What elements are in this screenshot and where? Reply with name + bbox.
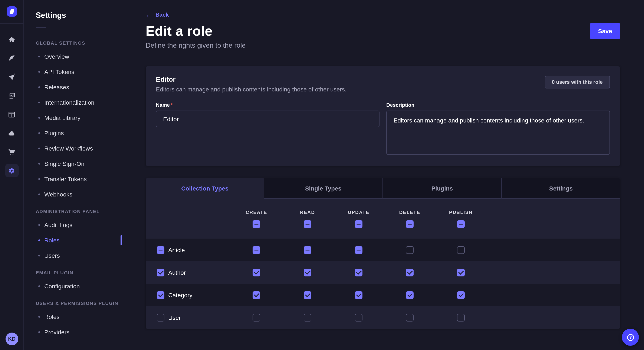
category-delete-checked-checkbox[interactable] (406, 291, 414, 299)
permission-row-author: Author (146, 261, 620, 284)
subnav-item-label: Providers (44, 329, 70, 336)
subnav-item-single-sign-on[interactable]: Single Sign-On (24, 156, 122, 172)
tab-settings[interactable]: Settings (501, 178, 620, 199)
strapi-logo[interactable] (6, 6, 17, 16)
author-create-checked-checkbox[interactable] (252, 269, 260, 276)
content-manager-feather-icon[interactable] (5, 51, 18, 65)
category-update-checked-checkbox[interactable] (355, 291, 362, 299)
settings-gear-icon[interactable] (5, 164, 18, 177)
tab-single-types[interactable]: Single Types (264, 178, 382, 199)
select-all-delete-indeterminate-checkbox[interactable] (406, 220, 414, 228)
role-form-fields: Name* Description Editors can manage and… (156, 102, 610, 157)
article-delete-unchecked-checkbox[interactable] (406, 246, 414, 254)
subnav-item-users[interactable]: Users (24, 248, 122, 263)
subnav-section-users-permissions-plugin: USERS & PERMISSIONS PLUGINRolesProviders (24, 294, 122, 340)
content-type-label: Article (168, 246, 185, 253)
article-read-indeterminate-checkbox[interactable] (304, 246, 311, 254)
subnav-item-configuration[interactable]: Configuration (24, 279, 122, 294)
bullet-icon (38, 224, 40, 226)
column-labels-row: CREATEREADUPDATEDELETEPUBLISH (146, 209, 620, 214)
user-publish-unchecked-checkbox[interactable] (457, 314, 465, 321)
subnav-sections: GLOBAL SETTINGSOverviewAPI TokensRelease… (24, 28, 122, 340)
subnav-item-roles[interactable]: Roles (24, 233, 122, 248)
description-field-group: Description Editors can manage and publi… (386, 102, 610, 157)
user-delete-unchecked-checkbox[interactable] (406, 314, 414, 321)
column-header-publish: PUBLISH (435, 209, 486, 214)
author-delete-checked-checkbox[interactable] (406, 269, 414, 276)
subnav-item-transfer-tokens[interactable]: Transfer Tokens (24, 172, 122, 187)
user-select-unchecked-checkbox[interactable] (157, 314, 164, 321)
name-input[interactable] (156, 111, 380, 127)
category-create-checked-checkbox[interactable] (252, 291, 260, 299)
subnav-item-media-library[interactable]: Media Library (24, 110, 122, 126)
user-create-unchecked-checkbox[interactable] (252, 314, 260, 321)
select-all-read-indeterminate-checkbox[interactable] (304, 220, 311, 228)
save-button[interactable]: Save (590, 23, 620, 39)
select-all-publish-indeterminate-checkbox[interactable] (457, 220, 465, 228)
description-textarea[interactable]: Editors can manage and publish contents … (386, 111, 610, 155)
strapi-logo-icon (8, 7, 16, 16)
subnav-item-overview[interactable]: Overview (24, 49, 122, 64)
subnav-item-internationalization[interactable]: Internationalization (24, 95, 122, 110)
article-update-indeterminate-checkbox[interactable] (355, 246, 362, 254)
media-library-icon[interactable] (5, 89, 18, 103)
select-all-cell (282, 220, 333, 228)
author-select-checked-checkbox[interactable] (157, 269, 164, 276)
permissions-table-rows: ArticleAuthorCategoryUser (146, 239, 620, 329)
subnav-item-label: Users (44, 252, 60, 259)
tab-collection-types[interactable]: Collection Types (146, 178, 264, 199)
subnav-item-audit-logs[interactable]: Audit Logs (24, 217, 122, 233)
subnav-item-providers[interactable]: Providers (24, 325, 122, 340)
back-link[interactable]: ← Back (146, 11, 169, 18)
user-update-unchecked-checkbox[interactable] (355, 314, 362, 321)
subnav-item-label: Releases (44, 84, 69, 91)
tab-plugins[interactable]: Plugins (382, 178, 501, 199)
users-count-badge[interactable]: 0 users with this role (544, 76, 610, 88)
back-label: Back (156, 11, 169, 18)
column-header-read: READ (282, 209, 333, 214)
help-button[interactable]: ? (622, 329, 639, 346)
permission-cell (384, 269, 435, 276)
subnav-item-webhooks[interactable]: Webhooks (24, 187, 122, 202)
cloud-icon[interactable] (5, 126, 18, 140)
permission-row-user: User (146, 306, 620, 329)
home-icon[interactable] (5, 33, 18, 46)
author-update-checked-checkbox[interactable] (355, 269, 362, 276)
subnav-item-review-workflows[interactable]: Review Workflows (24, 141, 122, 156)
main-nav-rail: KD (0, 0, 24, 350)
column-header-label: READ (300, 209, 315, 214)
article-create-indeterminate-checkbox[interactable] (252, 246, 260, 254)
subnav-item-label: Transfer Tokens (44, 176, 87, 182)
subnav-item-label: Review Workflows (44, 145, 93, 152)
select-all-cell (333, 220, 384, 228)
bullet-icon (38, 86, 40, 88)
author-publish-checked-checkbox[interactable] (457, 269, 465, 276)
subnav-item-label: Internationalization (44, 99, 94, 106)
paper-plane-icon[interactable] (5, 70, 18, 84)
role-card-header: Editor Editors can manage and publish co… (156, 76, 610, 93)
row-label-cell: Article (146, 246, 231, 254)
name-field-group: Name* (156, 102, 380, 157)
subnav-item-roles[interactable]: Roles (24, 309, 122, 325)
author-read-checked-checkbox[interactable] (304, 269, 311, 276)
subnav-item-releases[interactable]: Releases (24, 80, 122, 95)
marketplace-cart-icon[interactable] (5, 145, 18, 159)
user-read-unchecked-checkbox[interactable] (304, 314, 311, 321)
select-all-create-indeterminate-checkbox[interactable] (252, 220, 260, 228)
category-select-checked-checkbox[interactable] (157, 291, 164, 299)
subnav-item-api-tokens[interactable]: API Tokens (24, 64, 122, 80)
article-select-indeterminate-checkbox[interactable] (157, 246, 164, 254)
question-mark-icon: ? (626, 333, 635, 342)
title-row: Edit a role Save (146, 23, 620, 39)
category-read-checked-checkbox[interactable] (304, 291, 311, 299)
permission-cell (384, 314, 435, 321)
column-header-label: DELETE (399, 209, 420, 214)
article-publish-unchecked-checkbox[interactable] (457, 246, 465, 254)
subnav-item-plugins[interactable]: Plugins (24, 126, 122, 141)
select-all-update-indeterminate-checkbox[interactable] (355, 220, 362, 228)
content-type-builder-icon[interactable] (5, 108, 18, 121)
subnav-item-label: API Tokens (44, 68, 74, 75)
category-publish-checked-checkbox[interactable] (457, 291, 465, 299)
role-description-text: Editors can manage and publish contents … (156, 86, 346, 93)
user-avatar[interactable]: KD (6, 333, 18, 345)
